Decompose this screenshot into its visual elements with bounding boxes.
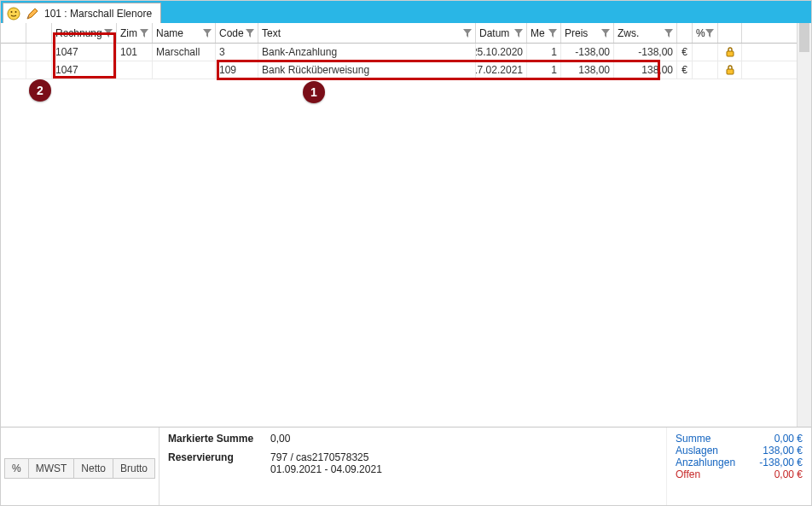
lock-icon [718, 61, 742, 79]
summe-value: 0,00 € [774, 433, 803, 445]
tab-netto[interactable]: Netto [74, 458, 113, 479]
col-zim-label: Zim [120, 27, 137, 39]
col-name[interactable]: Name [153, 23, 216, 43]
marked-sum-label: Markierte Summe [168, 433, 262, 445]
col-name-label: Name [156, 27, 183, 39]
tab-mwst[interactable]: MWST [29, 458, 75, 479]
smiley-icon [7, 7, 20, 20]
callout-badge-1: 1 [303, 81, 325, 103]
scrollbar-thumb[interactable] [799, 23, 809, 52]
offen-value: 0,00 € [774, 468, 803, 480]
col-zws-label: Zws. [618, 27, 639, 39]
anzahlungen-label: Anzahlungen [676, 457, 735, 468]
col-rechnung-label: Rechnung [55, 27, 102, 39]
filter-icon[interactable] [548, 29, 557, 38]
filter-icon[interactable] [246, 29, 254, 38]
col-code-label: Code [219, 27, 244, 39]
filter-icon[interactable] [514, 29, 523, 38]
filter-icon[interactable] [664, 29, 673, 38]
filter-icon[interactable] [140, 29, 148, 38]
filter-icon[interactable] [463, 29, 472, 38]
cell-me: 1 [527, 61, 561, 79]
filter-icon[interactable] [601, 29, 610, 38]
cell-me: 1 [527, 44, 561, 61]
title-bar: 101 : Marschall Elenore [1, 1, 811, 23]
tab-title: 101 : Marschall Elenore [44, 8, 152, 20]
grid-header: Rechnung Zim Name Code Text Datum Me Pre… [1, 23, 811, 44]
auslagen-label: Auslagen [676, 445, 718, 457]
cell-name: Marschall [153, 44, 216, 61]
summe-label: Summe [676, 433, 710, 445]
anzahlungen-value: -138,00 € [759, 457, 803, 468]
filter-icon[interactable] [104, 29, 113, 38]
tab-brutto[interactable]: Brutto [113, 458, 155, 479]
cell-currency: € [677, 61, 693, 79]
col-code[interactable]: Code [216, 23, 258, 43]
col-selector[interactable] [1, 23, 26, 43]
bottom-totals: Summe 0,00 € Auslagen 138,00 € Anzahlung… [666, 427, 811, 505]
cell-code: 3 [216, 44, 258, 61]
svg-point-2 [15, 11, 17, 13]
filter-icon[interactable] [705, 29, 714, 38]
lock-icon [718, 44, 742, 61]
offen-label: Offen [676, 468, 700, 480]
col-datum-label: Datum [479, 27, 509, 39]
bottom-panel: % MWST Netto Brutto Markierte Summe 0,00… [1, 427, 811, 505]
active-tab[interactable]: 101 : Marschall Elenore [3, 3, 161, 23]
svg-point-0 [8, 8, 20, 20]
col-text-label: Text [262, 27, 281, 39]
col-preis[interactable]: Preis [561, 23, 614, 43]
pencil-icon [26, 7, 39, 20]
cell-name [153, 61, 216, 79]
tab-pct[interactable]: % [4, 458, 29, 479]
cell-datum: 25.10.2020 [476, 44, 527, 61]
cell-preis: -138,00 [561, 44, 614, 61]
auslagen-value: 138,00 € [763, 445, 803, 457]
col-zim[interactable]: Zim [117, 23, 153, 43]
col-currency[interactable] [677, 23, 693, 43]
cell-zws: -138,00 [614, 44, 677, 61]
cell-text: Bank-Anzahlung [258, 44, 476, 61]
col-pct-label: % [696, 27, 705, 39]
cell-code: 109 [216, 61, 258, 79]
svg-point-1 [11, 11, 13, 13]
col-text[interactable]: Text [258, 23, 476, 43]
reservation-value-1: 797 / cas2170578325 [270, 451, 368, 463]
col-zws[interactable]: Zws. [614, 23, 677, 43]
col-rechnung[interactable]: Rechnung [52, 23, 117, 43]
bottom-details: Markierte Summe 0,00 Reservierung 797 / … [160, 427, 666, 505]
bottom-tabs: % MWST Netto Brutto [1, 427, 160, 505]
svg-rect-4 [727, 69, 734, 74]
cell-currency: € [677, 44, 693, 61]
reservation-label: Reservierung [168, 451, 262, 463]
cell-zim [117, 61, 153, 79]
col-lock[interactable] [718, 23, 742, 43]
svg-rect-3 [727, 51, 734, 56]
cell-zws: 138,00 [614, 61, 677, 79]
cell-rechnung: 1047 [52, 61, 117, 79]
cell-rechnung: 1047 [52, 44, 117, 61]
col-datum[interactable]: Datum [476, 23, 527, 43]
callout-badge-2: 2 [29, 79, 51, 102]
col-preis-label: Preis [565, 27, 588, 39]
marked-sum-value: 0,00 [270, 433, 290, 445]
col-pct[interactable]: % [693, 23, 718, 43]
cell-preis: 138,00 [561, 61, 614, 79]
filter-icon[interactable] [203, 29, 212, 38]
cell-zim: 101 [117, 44, 153, 61]
col-me[interactable]: Me [527, 23, 561, 43]
vertical-scrollbar[interactable] [797, 23, 811, 427]
table-row[interactable]: 1047 101 Marschall 3 Bank-Anzahlung 25.1… [1, 44, 811, 61]
col-expand[interactable] [26, 23, 52, 43]
cell-text: Bank Rücküberweisung [258, 61, 476, 79]
grid-body: 1047 101 Marschall 3 Bank-Anzahlung 25.1… [1, 44, 811, 79]
table-row[interactable]: 1047 109 Bank Rücküberweisung 17.02.2021… [1, 61, 811, 79]
col-me-label: Me [531, 27, 545, 39]
cell-datum: 17.02.2021 [476, 61, 527, 79]
reservation-value-2: 01.09.2021 - 04.09.2021 [270, 463, 382, 475]
